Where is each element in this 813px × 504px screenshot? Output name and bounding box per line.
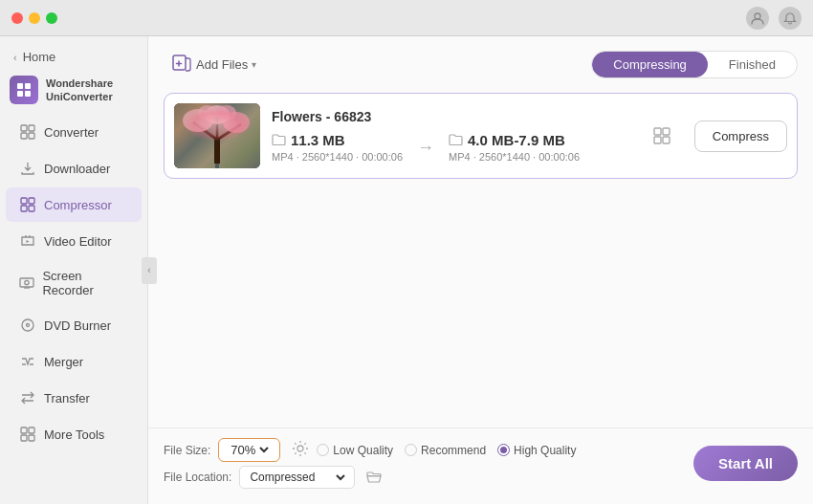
- compress-settings-icon[interactable]: [647, 121, 677, 151]
- source-folder-icon: [272, 133, 286, 148]
- sidebar-item-dvd-burner[interactable]: DVD Burner: [6, 308, 142, 342]
- file-location-label: File Location:: [164, 471, 231, 484]
- more-tools-label: More Tools: [44, 427, 104, 442]
- target-size-block: 4.0 MB-7.9 MB MP4 · 2560*1440 · 00:00:06: [449, 132, 580, 163]
- sidebar: ‹ Home Wondershare UniConverter: [0, 36, 148, 504]
- back-arrow-icon: ‹: [13, 52, 17, 63]
- file-list: Flowers - 66823 11.3 MB: [148, 93, 813, 427]
- file-size-select[interactable]: 70% 50% 80% 90%: [227, 442, 272, 458]
- bottom-row1: File Size: 70% 50% 80% 90%: [164, 438, 798, 489]
- sidebar-item-transfer[interactable]: Transfer: [6, 381, 142, 415]
- add-files-dropdown-icon: ▾: [252, 59, 256, 70]
- source-size-block: 11.3 MB MP4 · 2560*1440 · 00:00:06: [272, 132, 403, 163]
- quality-recommend[interactable]: Recommend: [405, 444, 486, 457]
- notification-icon[interactable]: [779, 7, 802, 30]
- quality-low-radio[interactable]: [317, 444, 329, 456]
- start-all-button[interactable]: Start All: [693, 446, 798, 481]
- close-button[interactable]: [11, 12, 23, 24]
- titlebar-icons: [746, 7, 802, 30]
- svg-rect-34: [663, 128, 670, 135]
- svg-point-14: [25, 280, 29, 284]
- file-size-select-wrapper: 70% 50% 80% 90%: [218, 438, 280, 462]
- svg-rect-1: [17, 83, 23, 89]
- source-meta: MP4 · 2560*1440 · 00:00:06: [272, 151, 403, 163]
- sidebar-item-screen-recorder[interactable]: Screen Recorder: [6, 260, 142, 306]
- dvd-burner-label: DVD Burner: [44, 318, 111, 333]
- compressor-icon: [19, 196, 36, 213]
- svg-rect-35: [654, 137, 661, 143]
- file-size-row: File Size: 70% 50% 80% 90%: [164, 438, 576, 462]
- svg-rect-32: [174, 103, 260, 168]
- target-size: 4.0 MB-7.9 MB: [449, 132, 580, 148]
- converter-icon: [19, 123, 36, 141]
- merger-label: Merger: [44, 355, 83, 369]
- sidebar-item-compressor[interactable]: Compressor: [6, 187, 142, 222]
- quality-options: Low Quality Recommend High Quality: [317, 444, 576, 457]
- file-location-select-wrapper: Compressed Same as source Custom: [239, 466, 355, 489]
- svg-rect-17: [21, 427, 27, 433]
- file-info: Flowers - 66823 11.3 MB: [272, 109, 629, 163]
- sidebar-home[interactable]: ‹ Home: [0, 44, 147, 70]
- source-size: 11.3 MB: [272, 132, 403, 148]
- svg-point-15: [22, 319, 33, 331]
- transfer-label: Transfer: [44, 391, 90, 405]
- quality-low-label: Low Quality: [333, 444, 393, 457]
- topbar: Add Files ▾ Compressing Finished: [148, 36, 813, 93]
- quality-recommend-radio[interactable]: [405, 444, 417, 456]
- video-editor-icon: [19, 232, 36, 250]
- svg-rect-4: [25, 91, 31, 97]
- converter-label: Converter: [44, 125, 99, 140]
- screen-recorder-icon: [19, 274, 34, 292]
- svg-rect-9: [21, 198, 27, 204]
- thumbnail-image: [174, 103, 260, 168]
- file-size-label: File Size:: [164, 444, 210, 457]
- titlebar: [0, 0, 813, 36]
- quality-settings-icon[interactable]: [292, 440, 309, 461]
- quality-high-radio[interactable]: [497, 444, 510, 456]
- quality-low[interactable]: Low Quality: [317, 444, 393, 457]
- quality-high[interactable]: High Quality: [497, 444, 576, 457]
- svg-line-25: [217, 124, 241, 140]
- svg-point-29: [205, 105, 230, 124]
- user-icon[interactable]: [746, 7, 769, 30]
- compress-button[interactable]: Compress: [694, 121, 787, 152]
- svg-rect-7: [21, 133, 27, 139]
- sidebar-item-downloader[interactable]: Downloader: [6, 151, 142, 186]
- arrow-right-icon: →: [417, 138, 434, 158]
- svg-rect-12: [21, 206, 27, 211]
- downloader-label: Downloader: [44, 162, 110, 176]
- sidebar-item-more-tools[interactable]: More Tools: [6, 417, 142, 451]
- file-name: Flowers - 66823: [272, 109, 629, 124]
- target-meta: MP4 · 2560*1440 · 00:00:06: [449, 151, 580, 163]
- maximize-button[interactable]: [46, 12, 57, 24]
- sidebar-collapse-button[interactable]: ‹: [142, 257, 157, 284]
- quality-high-label: High Quality: [514, 444, 576, 457]
- svg-rect-20: [29, 435, 34, 441]
- minimize-button[interactable]: [29, 12, 40, 24]
- home-label: Home: [23, 50, 56, 64]
- brand-name: Wondershare UniConverter: [46, 77, 113, 104]
- svg-rect-19: [21, 435, 27, 441]
- sidebar-item-video-editor[interactable]: Video Editor: [6, 224, 142, 258]
- add-files-button[interactable]: Add Files ▾: [164, 48, 264, 81]
- sidebar-item-merger[interactable]: Merger: [6, 344, 142, 379]
- svg-rect-2: [25, 83, 31, 89]
- file-location-select[interactable]: Compressed Same as source Custom: [246, 470, 348, 485]
- svg-rect-10: [29, 206, 34, 211]
- add-files-label: Add Files: [196, 57, 248, 72]
- video-editor-label: Video Editor: [44, 234, 112, 249]
- svg-rect-3: [17, 91, 23, 97]
- svg-rect-11: [29, 198, 34, 204]
- svg-point-37: [297, 446, 303, 451]
- target-size-value: 4.0 MB-7.9 MB: [468, 132, 565, 148]
- target-folder-icon: [449, 132, 463, 148]
- svg-rect-13: [20, 278, 33, 287]
- merger-icon: [19, 353, 36, 370]
- quality-recommend-label: Recommend: [421, 444, 486, 457]
- content-area: Add Files ▾ Compressing Finished: [148, 36, 813, 504]
- tab-finished[interactable]: Finished: [708, 52, 797, 77]
- sidebar-item-converter[interactable]: Converter: [6, 115, 142, 149]
- tab-compressing[interactable]: Compressing: [592, 52, 708, 77]
- bottom-bar: File Size: 70% 50% 80% 90%: [148, 427, 813, 504]
- folder-open-icon[interactable]: [366, 470, 382, 486]
